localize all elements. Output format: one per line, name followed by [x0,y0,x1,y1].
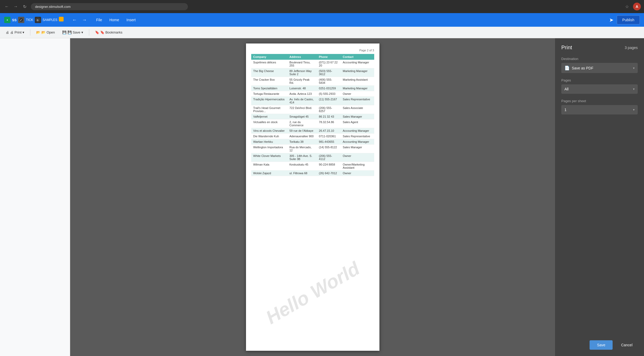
table-cell: 981-443655 [317,139,341,145]
menu-home[interactable]: Home [106,16,122,24]
publish-button[interactable]: Publish [617,15,640,24]
table-cell: (5) 555-2933 [317,91,341,97]
table-cell: Marketing Manager [341,68,374,77]
print-panel-footer: Save Cancel [561,334,638,350]
pages-label: Pages [561,78,638,82]
second-toolbar: 🖨 🖨 Print ▾ 📂 📂 Open 💾 💾 Save ▾ 🔖 🔖 Book… [0,27,644,38]
table-cell: Accounting Manager [341,128,374,134]
table-cell: (11) 555-2167 [317,97,341,105]
bookmark-icon[interactable]: ☆ [623,3,631,10]
undo-button[interactable]: ← [70,16,79,24]
table-row: Die Wandernde KuhAdenauerallee 9000711-0… [251,134,374,139]
print-cancel-button[interactable]: Cancel [616,340,638,350]
back-button[interactable]: ← [3,3,10,10]
table-cell: Rua do Mercado, 12 [287,145,317,153]
table-cell: Sales Representative [341,134,374,139]
table-cell: Vaffeljernet [251,114,288,119]
svg-text:✓: ✓ [20,19,22,21]
table-row: White Clover Markets305 - 14th Ave. S.Su… [251,153,374,162]
table-cell: Marketing Manager [341,86,374,91]
app-menu: File Home Insert [93,16,139,24]
destination-select[interactable]: 📄 Save as PDF ▾ [561,63,638,73]
table-cell: (503) 555-3612 [317,68,341,77]
bookmarks-button[interactable]: 🔖 🔖 Bookmarks [92,29,125,35]
table-cell: 86 21 32 43 [317,114,341,119]
table-cell: (071) 23 67 22 20 [317,60,341,68]
table-cell: Owner [341,171,374,176]
watermark: Hello World [262,258,363,328]
table-row: The Big Cheese89 Jefferson WaySuite 2(50… [251,68,374,77]
open-label: 📂 Open [41,30,55,34]
table-cell: 78.32.54.86 [317,119,341,128]
document-area: Page 2 of 3 Company Address Phone Contac… [70,38,555,356]
table-row: Toms SpezialitätenLuisenstr. 480251-0312… [251,86,374,91]
table-cell: The Big Cheese [251,68,288,77]
table-cell: 2, rue du Commerce [287,119,317,128]
table-cell: Accounting Manager [341,60,374,68]
save-label: 💾 Save [68,30,80,34]
svg-text:⊙: ⊙ [37,19,39,21]
table-cell: Toms Spezialitäten [251,86,288,91]
table-cell: (206) 555-8257 [317,105,341,114]
table-cell: 89 Jefferson WaySuite 2 [287,68,317,77]
github-logo-icon[interactable]: ⊙ [35,17,41,23]
table-cell: 722 DaVinci Blvd. [287,105,317,114]
share-button[interactable]: ➤ [609,17,614,23]
table-cell: 90-224 8858 [317,162,341,171]
table-row: Tradição HipermercadosAv. Inês de Castro… [251,97,374,105]
table-cell: Sales Manager [341,145,374,153]
table-cell: Owner [341,153,374,162]
tick-logo-icon[interactable]: ✓ [18,17,24,23]
save-icon: 💾 [62,30,66,34]
col-header-contact: Contact [341,54,374,60]
table-cell: 59 rue de l'Abbaye [287,128,317,134]
destination-label: Destination [561,57,638,61]
print-button[interactable]: 🖨 🖨 Print ▾ [3,29,27,35]
redo-button[interactable]: → [80,16,89,24]
ss-label: SS [12,17,16,23]
print-save-button[interactable]: Save [590,340,613,350]
browser-bar: ← → ↻ designer.stimulsoft.com ☆ A [0,0,644,13]
table-row: Vins et alcools Chevalier59 rue de l'Abb… [251,128,374,134]
table-cell: Die Wandernde Kuh [251,134,288,139]
yellow-logo-icon[interactable] [59,17,64,21]
open-button[interactable]: 📂 📂 Open [33,29,57,35]
pages-per-sheet-select[interactable]: 1 ▾ [561,105,638,114]
table-cell: Tradição Hipermercados [251,97,288,105]
pages-option: Pages All ▾ [561,78,638,94]
table-cell: 0251-031259 [317,86,341,91]
save-toolbar-button[interactable]: 💾 💾 Save ▾ [60,29,86,35]
table-cell: Keskuskatu 45 [287,162,317,171]
browser-actions: ☆ A [623,3,641,10]
table-row: Trail's Head Gourmet Provisio...722 DaVi… [251,105,374,114]
table-row: The Cracker Box55 Grizzly Peak Rd.(406) … [251,77,374,86]
refresh-button[interactable]: ↻ [21,3,28,10]
save-dropdown-arrow: ▾ [81,30,83,34]
table-cell: (206) 555-4112 [317,153,341,162]
toolbar-undo-redo: ← → [70,16,89,24]
destination-option: Destination 📄 Save as PDF ▾ [561,57,638,73]
table-cell: Marketing Assistant [341,77,374,86]
table-cell: Accounting Manager [341,139,374,145]
pages-per-sheet-label: Pages per sheet [561,99,638,103]
profile-avatar[interactable]: A [633,3,641,10]
table-cell: Sales Manager [341,114,374,119]
pages-select[interactable]: All ▾ [561,84,638,94]
menu-insert[interactable]: Insert [123,16,139,24]
tick-label: TICK [26,17,33,23]
table-cell: Adenauerallee 900 [287,134,317,139]
table-row: Wellington ImportadoraRua do Mercado, 12… [251,145,374,153]
sidebar [0,38,70,356]
table-cell: Vins et alcools Chevalier [251,128,288,134]
bookmarks-icon: 🔖 [95,30,99,34]
pages-per-sheet-option: Pages per sheet 1 ▾ [561,99,638,114]
menu-file[interactable]: File [93,16,105,24]
forward-button[interactable]: → [12,3,19,10]
grid-logo-icon[interactable]: + [4,17,10,23]
table-cell: Wolski Zajazd [251,171,288,176]
col-header-address: Address [287,54,317,60]
address-bar[interactable]: designer.stimulsoft.com [31,3,188,10]
destination-dropdown-arrow: ▾ [633,66,635,70]
main-layout: Page 2 of 3 Company Address Phone Contac… [0,38,644,356]
open-icon: 📂 [36,30,40,34]
